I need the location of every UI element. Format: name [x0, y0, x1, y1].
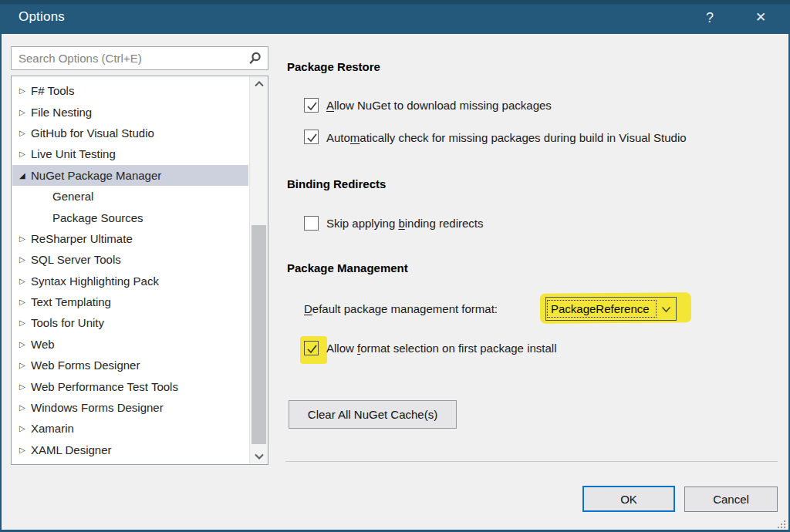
allow-format-checkbox[interactable]	[304, 341, 319, 355]
default-format-label: Default package management format:	[304, 302, 498, 315]
ok-button[interactable]: OK	[582, 486, 675, 512]
tree-item-fsharp-tools[interactable]: F# Tools	[12, 80, 248, 101]
tree-item-xaml-designer[interactable]: XAML Designer	[12, 439, 248, 460]
skip-binding-option: Skip applying binding redirects	[304, 216, 483, 231]
expander-icon[interactable]	[19, 340, 31, 348]
tree-item-xamarin[interactable]: Xamarin	[12, 418, 248, 439]
tree-item-web[interactable]: Web	[12, 334, 248, 355]
allow-format-option: Allow format selection on first package …	[304, 341, 556, 355]
tree-scrollbar[interactable]	[249, 76, 268, 464]
expander-icon[interactable]	[19, 86, 31, 95]
expander-icon[interactable]	[19, 108, 31, 116]
footer-separator	[285, 461, 778, 462]
expander-icon[interactable]	[19, 424, 31, 433]
auto-check-option: Automatically check for missing packages…	[304, 130, 687, 144]
expander-icon[interactable]	[19, 361, 31, 369]
scroll-down-icon[interactable]	[250, 449, 268, 464]
allow-download-option: Allow NuGet to download missing packages	[304, 98, 552, 113]
tree-item-text-templating[interactable]: Text Templating	[12, 291, 248, 312]
package-management-heading: Package Management	[287, 261, 408, 274]
dropdown-selected-value: PackageReference	[548, 301, 656, 317]
chevron-down-icon[interactable]	[656, 302, 676, 316]
search-icon	[247, 51, 262, 66]
titlebar: Options ? ✕	[0, 0, 790, 34]
tree-item-windows-forms-designer[interactable]: Windows Forms Designer	[12, 397, 248, 418]
clear-nuget-cache-button[interactable]: Clear All NuGet Cache(s)	[289, 400, 457, 429]
dialog-title: Options	[19, 9, 65, 25]
default-format-dropdown[interactable]: PackageReference	[545, 297, 677, 321]
scrollbar-thumb[interactable]	[252, 225, 266, 444]
expander-icon[interactable]	[19, 277, 31, 285]
expander-icon[interactable]	[19, 129, 31, 137]
options-dialog: Options ? ✕ F# Tools File Nesting GitHub…	[0, 0, 790, 532]
expander-icon[interactable]	[19, 382, 31, 391]
expander-icon[interactable]	[19, 446, 31, 454]
skip-binding-checkbox[interactable]	[304, 216, 319, 231]
resize-grip[interactable]	[775, 518, 785, 528]
tree-item-web-forms-designer[interactable]: Web Forms Designer	[12, 355, 248, 375]
search-input[interactable]	[12, 47, 268, 69]
tree-item-nuget-general[interactable]: General	[12, 186, 248, 207]
scroll-up-icon[interactable]	[250, 76, 268, 92]
binding-redirects-heading: Binding Redirects	[287, 177, 386, 190]
cancel-button[interactable]: Cancel	[684, 487, 778, 512]
search-box	[11, 46, 268, 70]
tree-item-nuget-package-sources[interactable]: Package Sources	[12, 207, 248, 227]
tree-item-tools-for-unity[interactable]: Tools for Unity	[12, 312, 248, 333]
tree-item-live-unit-testing[interactable]: Live Unit Testing	[12, 143, 248, 164]
options-tree: F# Tools File Nesting GitHub for Visual …	[11, 76, 268, 465]
auto-check-checkbox[interactable]	[304, 130, 319, 144]
close-icon[interactable]: ✕	[744, 0, 778, 34]
package-restore-heading: Package Restore	[287, 60, 380, 73]
tree-item-syntax-highlighting[interactable]: Syntax Highlighting Pack	[12, 271, 248, 291]
expander-icon[interactable]	[19, 150, 31, 158]
expander-icon[interactable]	[19, 234, 31, 243]
expander-icon[interactable]	[19, 298, 31, 306]
tree-item-file-nesting[interactable]: File Nesting	[12, 101, 248, 122]
expander-icon[interactable]	[19, 403, 31, 412]
tree-item-web-performance-test-tools[interactable]: Web Performance Test Tools	[12, 375, 248, 396]
tree-item-github[interactable]: GitHub for Visual Studio	[12, 123, 248, 143]
expander-icon[interactable]	[19, 255, 31, 264]
allow-download-checkbox[interactable]	[304, 98, 319, 113]
tree-item-sql-server-tools[interactable]: SQL Server Tools	[12, 249, 248, 270]
expander-icon[interactable]	[19, 171, 31, 180]
help-button[interactable]: ?	[693, 0, 727, 34]
expander-icon[interactable]	[19, 318, 31, 327]
tree-item-nuget-package-manager[interactable]: NuGet Package Manager	[12, 165, 248, 186]
tree-item-resharper[interactable]: ReSharper Ultimate	[12, 228, 248, 249]
